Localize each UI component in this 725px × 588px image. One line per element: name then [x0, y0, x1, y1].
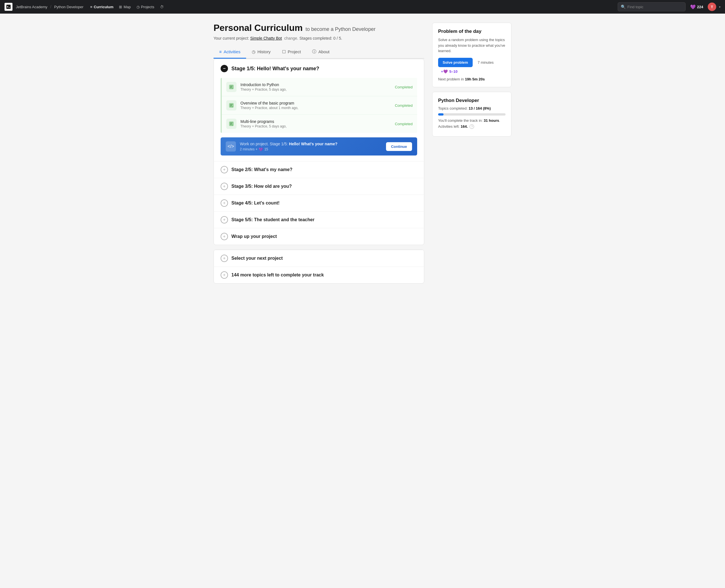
main-content-card: − Stage 1/5: Hello! What's your name?: [214, 59, 424, 245]
complete-in-text: You'll complete the track in: 31 hours.: [438, 119, 506, 123]
project-time: 2 minutes +: [240, 147, 257, 151]
project-card-title: Work on project. Stage 1/5: Hello! What'…: [240, 142, 382, 146]
gems-range: 5–10: [449, 69, 458, 74]
stage-wrapup[interactable]: + Wrap up your project: [214, 228, 424, 245]
track-progress-bar: [438, 113, 506, 115]
tab-history[interactable]: ◷ History: [246, 46, 276, 59]
main-layout: Personal Curriculum to become a Python D…: [207, 14, 518, 293]
tab-about[interactable]: ⓘ About: [306, 46, 335, 59]
brand-text: JetBrains Academy: [16, 5, 47, 9]
search-input[interactable]: [627, 5, 683, 9]
topic-name-basic: Overview of the basic program: [240, 101, 391, 105]
topic-name-intro: Introduction to Python: [240, 82, 391, 87]
page-subtitle: to become a Python Developer: [305, 26, 376, 32]
stage-5-title: Stage 5/5: The student and the teacher: [231, 217, 314, 222]
activities-left-prefix: Activities left:: [438, 124, 460, 129]
stage-wrapup-expand-icon: +: [220, 233, 228, 240]
change-project-link[interactable]: change: [284, 36, 297, 41]
nav-timer[interactable]: ⏱: [158, 4, 166, 10]
stage-5[interactable]: + Stage 5/5: The student and the teacher: [214, 211, 424, 228]
topic-icon-multiline: [226, 119, 236, 129]
stage-5-expand-icon: +: [220, 216, 228, 224]
topic-item-intro-python[interactable]: Introduction to Python Theory + Practice…: [222, 78, 417, 96]
next-problem-text: Next problem in 19h 5m 20s: [438, 77, 506, 81]
problem-time: 7 minutes: [478, 60, 494, 65]
topic-item-basic-program[interactable]: Overview of the basic program Theory + P…: [222, 96, 417, 115]
stage-3-expand-icon: +: [220, 183, 228, 190]
next-problem-prefix: Next problem in: [438, 77, 464, 81]
avatar-initial: T: [711, 5, 713, 9]
timer-icon: ⏱: [160, 5, 164, 9]
more-topics-expand-icon: +: [220, 271, 228, 279]
current-project-line: Your current project: Simple Chatty Bot …: [214, 36, 424, 41]
stage-2-expand-icon: +: [220, 166, 228, 173]
topic-info-intro: Introduction to Python Theory + Practice…: [240, 82, 391, 91]
gems-count: 224: [697, 5, 703, 9]
solve-problem-button[interactable]: Solve problem: [438, 58, 473, 67]
continue-button[interactable]: Continue: [386, 142, 412, 151]
topic-meta-intro: Theory + Practice, 5 days ago,: [240, 87, 391, 91]
project-card-code-icon: </>: [226, 141, 236, 151]
nav-projects-label: Projects: [141, 5, 154, 9]
project-gem-icon: 💜: [259, 147, 263, 151]
gem-icon: 💜: [690, 4, 696, 9]
curriculum-icon: ≡: [90, 5, 92, 9]
stage-3[interactable]: + Stage 3/5: How old are you?: [214, 178, 424, 194]
complete-in-value: 31 hours: [484, 119, 499, 123]
nav-curriculum[interactable]: ≡ Curriculum: [88, 4, 116, 10]
stage-2-title: Stage 2/5: What's my name?: [231, 167, 292, 172]
brand-separator: /: [50, 4, 51, 9]
nav-map[interactable]: ⊞ Map: [117, 4, 133, 10]
problem-gems: +💜 5–10: [441, 69, 458, 74]
topic-item-multiline[interactable]: Multi-line programs Theory + Practice, 5…: [222, 115, 417, 133]
select-project-title: Select your next project: [231, 256, 283, 261]
map-icon: ⊞: [119, 5, 122, 9]
topic-status-multiline: Completed: [395, 122, 413, 126]
next-problem-time: 19h 5m 20s: [465, 77, 485, 81]
topic-list-stage1: Introduction to Python Theory + Practice…: [220, 78, 417, 133]
tab-project[interactable]: ☐ Project: [276, 46, 307, 59]
stage-4-expand-icon: +: [220, 200, 228, 207]
search-icon: 🔍: [621, 4, 625, 9]
project-card-prefix: Work on project. Stage 1/5:: [240, 142, 288, 146]
logo-icon: [4, 3, 13, 11]
more-topics[interactable]: + 144 more topics left to complete your …: [214, 267, 424, 283]
nav-projects[interactable]: ◷ Projects: [134, 4, 156, 10]
about-tab-label: About: [318, 49, 329, 54]
stage-1-header[interactable]: − Stage 1/5: Hello! What's your name?: [214, 59, 424, 78]
main-nav: ≡ Curriculum ⊞ Map ◷ Projects ⏱: [88, 4, 166, 10]
complete-in-prefix: You'll complete the track in:: [438, 119, 483, 123]
stage-1-icon: −: [220, 65, 228, 72]
search-bar[interactable]: 🔍: [618, 2, 686, 11]
stage-1-title: Stage 1/5: Hello! What's your name?: [231, 66, 319, 72]
more-topics-title: 144 more topics left to complete your tr…: [231, 272, 324, 277]
activities-help-icon[interactable]: ?: [470, 124, 474, 129]
topic-meta-basic: Theory + Practice, about 1 month ago,: [240, 106, 391, 110]
current-project-link[interactable]: Simple Chatty Bot: [250, 36, 282, 41]
left-column: Personal Curriculum to become a Python D…: [214, 23, 424, 284]
page-title: Personal Curriculum: [214, 23, 303, 33]
project-gems: 15: [264, 147, 268, 151]
stage-2[interactable]: + Stage 2/5: What's my name?: [214, 161, 424, 178]
activities-tab-label: Activities: [224, 49, 240, 54]
topic-meta-multiline: Theory + Practice, 5 days ago,: [240, 124, 391, 128]
problem-of-day-card: Problem of the day Solve a random proble…: [432, 23, 511, 87]
activities-left-value: 164.: [461, 124, 468, 129]
avatar-dropdown-arrow[interactable]: ▾: [719, 5, 721, 8]
avatar[interactable]: T: [708, 3, 716, 11]
stage-wrapup-title: Wrap up your project: [231, 234, 277, 239]
project-tab-icon: ☐: [282, 49, 286, 55]
select-next-project[interactable]: + Select your next project: [214, 250, 424, 267]
stage-4[interactable]: + Stage 4/5: Let's count!: [214, 194, 424, 211]
topic-status-basic: Completed: [395, 103, 413, 108]
tab-activities[interactable]: ≡ Activities: [214, 46, 246, 59]
project-card-meta: 2 minutes + 💜 15: [240, 147, 382, 151]
stage-4-title: Stage 4/5: Let's count!: [231, 201, 279, 206]
logo[interactable]: [4, 3, 13, 11]
stages-completed-text: Stages completed: 0 / 5.: [299, 36, 342, 41]
right-column: Problem of the day Solve a random proble…: [432, 23, 511, 141]
problem-of-day-desc: Solve a random problem using the topics …: [438, 37, 506, 54]
topic-info-multiline: Multi-line programs Theory + Practice, 5…: [240, 119, 391, 128]
work-on-project-card[interactable]: </> Work on project. Stage 1/5: Hello! W…: [220, 138, 417, 155]
topic-name-multiline: Multi-line programs: [240, 119, 391, 124]
